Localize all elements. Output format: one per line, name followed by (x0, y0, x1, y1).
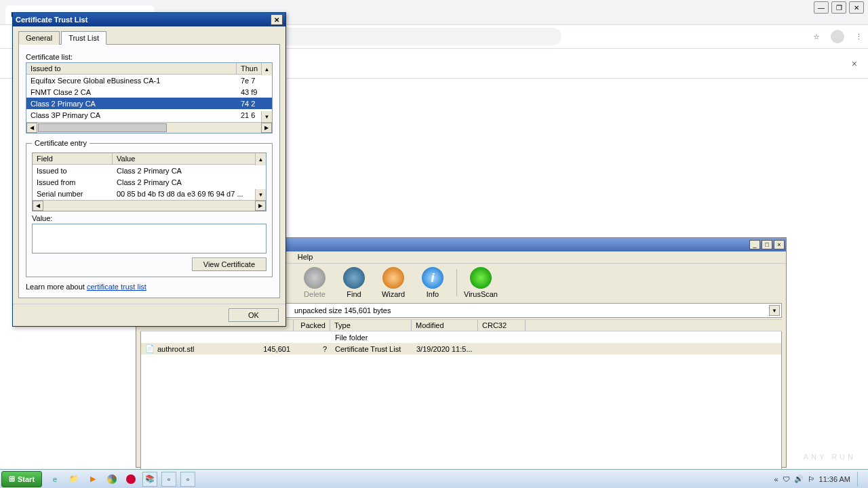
ok-button[interactable]: OK (229, 308, 279, 322)
toolbar-wizard-button[interactable]: Wizard (378, 267, 409, 298)
tab-trust-list[interactable]: Trust List (61, 31, 106, 45)
entry-row[interactable]: Issued fromClass 2 Primary CA (33, 176, 266, 188)
entry-legend: Certificate entry (32, 139, 90, 147)
taskbar-ie-icon[interactable]: e (47, 472, 62, 487)
col-issued-to[interactable]: Issued to (26, 63, 237, 74)
cert-row[interactable]: FNMT Clase 2 CA43 f9 (26, 86, 272, 98)
col-field[interactable]: Field (33, 153, 113, 164)
scroll-down-icon[interactable]: ▼ (261, 111, 272, 122)
menu-dots-icon[interactable]: ⋮ (855, 33, 863, 41)
winrar-file-list[interactable]: File folder 📄authroot.stl 145,601 ? Cert… (140, 331, 782, 481)
scroll-down-icon[interactable]: ▼ (255, 189, 266, 200)
list-row-file[interactable]: 📄authroot.stl 145,601 ? Certificate Trus… (141, 343, 781, 354)
hscroll-right-icon[interactable]: ▶ (261, 123, 272, 133)
dialog-tabstrip: General Trust List (18, 30, 280, 45)
cert-list-label: Certificate list: (26, 53, 273, 61)
winrar-minimize-button[interactable]: _ (749, 240, 760, 249)
taskbar-opera-icon[interactable] (123, 472, 138, 487)
bookmark-star-icon[interactable]: ☆ (813, 33, 820, 41)
horizontal-scrollbar[interactable]: ◀ ▶ (33, 200, 266, 211)
hscroll-left-icon[interactable]: ◀ (26, 123, 37, 133)
taskbar-winrar-icon[interactable]: 📚 (142, 472, 157, 487)
cert-row-selected[interactable]: Class 2 Primary CA74 2 (26, 98, 272, 109)
cert-row[interactable]: Class 3P Primary CA21 6 (26, 109, 272, 121)
taskbar-media-icon[interactable]: ▶ (85, 472, 100, 487)
value-textbox[interactable] (32, 224, 267, 253)
tray-flag-icon[interactable]: 🏳 (808, 475, 815, 483)
system-tray[interactable]: « 🛡 🔊 🏳 11:36 AM (768, 472, 868, 487)
show-desktop-button[interactable] (857, 472, 863, 487)
path-dropdown-icon[interactable]: ▼ (769, 305, 780, 316)
window-minimize-button[interactable]: — (814, 1, 829, 14)
menu-help[interactable]: Help (298, 253, 313, 262)
hscroll-left-icon[interactable]: ◀ (33, 201, 43, 211)
scroll-up-icon[interactable]: ▲ (261, 63, 272, 75)
dialog-titlebar[interactable]: Certificate Trust List ✕ (13, 13, 285, 26)
taskbar-chrome-icon[interactable] (104, 472, 119, 487)
dialog-title-text: Certificate Trust List (16, 16, 87, 24)
entry-row[interactable]: Serial number00 85 bd 4b f3 d8 da e3 69 … (33, 188, 266, 199)
winrar-close-button[interactable]: × (774, 240, 785, 249)
learn-more-text: Learn more about certificate trust list (26, 283, 273, 291)
winrar-maximize-button[interactable]: □ (762, 240, 772, 249)
certificate-entry-group: Certificate entry Field Value ▲ Issued t… (26, 139, 273, 277)
toolbar-info-button[interactable]: iInfo (417, 267, 448, 298)
file-icon: 📄 (145, 344, 155, 353)
start-button[interactable]: ⊞ Start (1, 471, 42, 487)
anyrun-watermark: ANY RUN (804, 453, 856, 461)
toolbar-find-button[interactable]: Find (338, 267, 370, 298)
col-value[interactable]: Value (113, 153, 266, 164)
entry-row[interactable]: Issued toClass 2 Primary CA (33, 165, 266, 176)
learn-more-link[interactable]: certificate trust list (87, 283, 146, 291)
scroll-up-icon[interactable]: ▲ (255, 153, 266, 165)
profile-icon[interactable] (831, 30, 844, 43)
window-close-button[interactable]: ✕ (849, 1, 864, 14)
horizontal-scrollbar[interactable]: ◀ ▶ (26, 122, 272, 133)
hscroll-right-icon[interactable]: ▶ (255, 201, 266, 211)
value-label: Value: (32, 214, 267, 222)
cert-trust-list-dialog: Certificate Trust List ✕ General Trust L… (12, 12, 286, 327)
path-info-text: unpacked size 145,601 bytes (294, 306, 391, 314)
window-maximize-button[interactable]: ❐ (831, 1, 846, 14)
tray-shield-icon[interactable]: 🛡 (783, 475, 790, 483)
list-row-folder[interactable]: File folder (141, 331, 781, 343)
entry-field-table[interactable]: Field Value ▲ Issued toClass 2 Primary C… (32, 152, 267, 211)
view-certificate-button[interactable]: View Certificate (192, 258, 267, 271)
windows-logo-icon: ⊞ (9, 474, 15, 483)
taskbar-app-icon[interactable]: ▫ (180, 472, 195, 487)
dialog-close-button[interactable]: ✕ (271, 14, 283, 25)
toolbar-virusscan-button[interactable]: VirusScan (465, 267, 496, 298)
hscroll-thumb[interactable] (38, 123, 167, 132)
tab-general[interactable]: General (18, 31, 60, 45)
certificate-list[interactable]: Issued to Thun ▲ Equifax Secure Global e… (26, 62, 273, 134)
taskbar: ⊞ Start e 📁 ▶ 📚 ▫ ▫ « 🛡 🔊 🏳 11:36 AM (0, 469, 868, 488)
cert-row[interactable]: Equifax Secure Global eBusiness CA-17e 7 (26, 75, 272, 86)
infobar-close-icon[interactable]: × (852, 58, 857, 69)
toolbar-delete-button[interactable]: Delete (299, 267, 330, 298)
tray-expand-icon[interactable]: « (774, 475, 778, 483)
taskbar-app-icon[interactable]: ▫ (161, 472, 176, 487)
tray-clock[interactable]: 11:36 AM (819, 475, 850, 483)
tray-volume-icon[interactable]: 🔊 (794, 474, 804, 483)
taskbar-explorer-icon[interactable]: 📁 (66, 472, 81, 487)
